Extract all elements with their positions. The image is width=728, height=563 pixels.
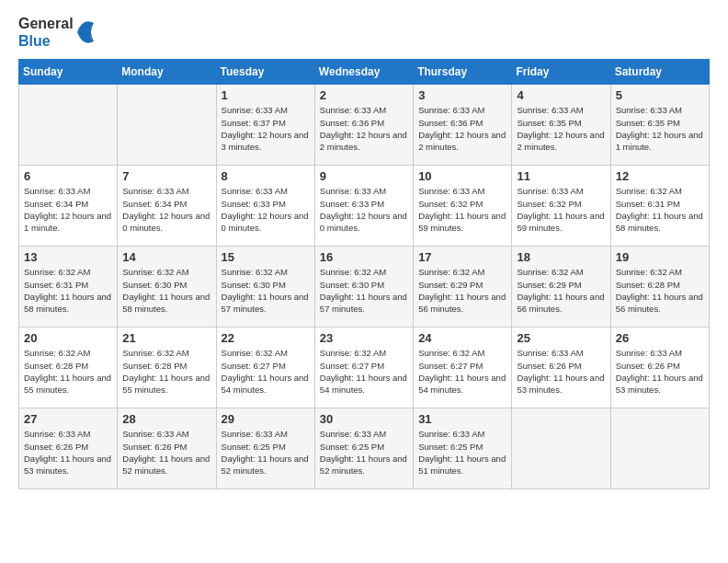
daylight-text: Daylight: 11 hours and 54 minutes. xyxy=(222,373,309,395)
sunrise-text: Sunrise: 6:32 AM xyxy=(222,267,288,277)
day-cell: 16 Sunrise: 6:32 AM Sunset: 6:30 PM Dayl… xyxy=(314,247,413,327)
day-cell: 27 Sunrise: 6:33 AM Sunset: 6:26 PM Dayl… xyxy=(19,408,118,489)
sunset-text: Sunset: 6:28 PM xyxy=(122,361,187,371)
sunrise-text: Sunrise: 6:32 AM xyxy=(24,348,90,358)
sunset-text: Sunset: 6:27 PM xyxy=(222,361,286,371)
daylight-text: Daylight: 11 hours and 52 minutes. xyxy=(222,454,309,476)
sunset-text: Sunset: 6:37 PM xyxy=(222,118,286,128)
day-info: Sunrise: 6:33 AM Sunset: 6:36 PM Dayligh… xyxy=(320,104,408,153)
sunset-text: Sunset: 6:31 PM xyxy=(616,199,680,209)
day-info: Sunrise: 6:33 AM Sunset: 6:25 PM Dayligh… xyxy=(222,428,310,477)
sunrise-text: Sunrise: 6:33 AM xyxy=(24,186,90,196)
daylight-text: Daylight: 12 hours and 2 minutes. xyxy=(517,130,604,152)
sunset-text: Sunset: 6:27 PM xyxy=(320,361,384,371)
day-info: Sunrise: 6:32 AM Sunset: 6:27 PM Dayligh… xyxy=(320,347,408,396)
sunrise-text: Sunrise: 6:32 AM xyxy=(24,267,90,277)
sunrise-text: Sunrise: 6:33 AM xyxy=(320,429,386,439)
day-cell: 13 Sunrise: 6:32 AM Sunset: 6:31 PM Dayl… xyxy=(19,247,118,327)
sunrise-text: Sunrise: 6:33 AM xyxy=(616,105,682,115)
day-cell: 24 Sunrise: 6:32 AM Sunset: 6:27 PM Dayl… xyxy=(414,327,512,408)
day-number: 19 xyxy=(616,250,704,264)
sunset-text: Sunset: 6:34 PM xyxy=(24,199,88,209)
sunset-text: Sunset: 6:31 PM xyxy=(24,280,88,290)
sunrise-text: Sunrise: 6:32 AM xyxy=(418,348,484,358)
day-cell xyxy=(118,85,216,166)
day-number: 28 xyxy=(122,412,210,426)
sunrise-text: Sunrise: 6:33 AM xyxy=(517,186,583,196)
day-cell: 30 Sunrise: 6:33 AM Sunset: 6:25 PM Dayl… xyxy=(314,408,413,489)
day-info: Sunrise: 6:33 AM Sunset: 6:33 PM Dayligh… xyxy=(222,185,310,234)
sunset-text: Sunset: 6:25 PM xyxy=(222,442,286,452)
sunrise-text: Sunrise: 6:32 AM xyxy=(222,348,288,358)
day-cell: 14 Sunrise: 6:32 AM Sunset: 6:30 PM Dayl… xyxy=(118,247,216,327)
day-cell: 18 Sunrise: 6:32 AM Sunset: 6:29 PM Dayl… xyxy=(512,247,610,327)
sunset-text: Sunset: 6:35 PM xyxy=(517,118,581,128)
day-info: Sunrise: 6:32 AM Sunset: 6:30 PM Dayligh… xyxy=(222,266,310,315)
calendar-header-row: SundayMondayTuesdayWednesdayThursdayFrid… xyxy=(19,60,710,85)
day-cell xyxy=(19,85,118,166)
day-number: 20 xyxy=(24,331,112,345)
day-number: 29 xyxy=(222,412,310,426)
sunset-text: Sunset: 6:25 PM xyxy=(418,442,483,452)
daylight-text: Daylight: 11 hours and 55 minutes. xyxy=(122,373,210,395)
day-cell xyxy=(512,408,610,489)
sunset-text: Sunset: 6:27 PM xyxy=(418,361,483,371)
sunset-text: Sunset: 6:28 PM xyxy=(24,361,88,371)
daylight-text: Daylight: 11 hours and 59 minutes. xyxy=(418,211,506,233)
day-info: Sunrise: 6:33 AM Sunset: 6:26 PM Dayligh… xyxy=(616,347,704,396)
sunrise-text: Sunrise: 6:33 AM xyxy=(122,429,188,439)
day-info: Sunrise: 6:33 AM Sunset: 6:34 PM Dayligh… xyxy=(122,185,210,234)
sunrise-text: Sunrise: 6:33 AM xyxy=(418,105,484,115)
sunset-text: Sunset: 6:29 PM xyxy=(517,280,581,290)
col-header-saturday: Saturday xyxy=(610,60,709,85)
day-cell: 4 Sunrise: 6:33 AM Sunset: 6:35 PM Dayli… xyxy=(512,85,610,166)
day-cell: 12 Sunrise: 6:32 AM Sunset: 6:31 PM Dayl… xyxy=(610,166,709,247)
sunrise-text: Sunrise: 6:33 AM xyxy=(222,105,288,115)
day-number: 4 xyxy=(517,88,605,102)
daylight-text: Daylight: 11 hours and 56 minutes. xyxy=(616,292,703,314)
page-header: General Blue xyxy=(18,15,710,50)
sunset-text: Sunset: 6:29 PM xyxy=(418,280,483,290)
day-info: Sunrise: 6:32 AM Sunset: 6:29 PM Dayligh… xyxy=(517,266,605,315)
day-info: Sunrise: 6:32 AM Sunset: 6:30 PM Dayligh… xyxy=(320,266,408,315)
day-info: Sunrise: 6:33 AM Sunset: 6:25 PM Dayligh… xyxy=(418,428,506,477)
day-info: Sunrise: 6:32 AM Sunset: 6:27 PM Dayligh… xyxy=(222,347,310,396)
day-number: 14 xyxy=(122,250,210,264)
day-info: Sunrise: 6:33 AM Sunset: 6:26 PM Dayligh… xyxy=(517,347,605,396)
sunset-text: Sunset: 6:30 PM xyxy=(222,280,286,290)
sunset-text: Sunset: 6:32 PM xyxy=(418,199,483,209)
day-number: 10 xyxy=(418,169,506,183)
day-cell: 29 Sunrise: 6:33 AM Sunset: 6:25 PM Dayl… xyxy=(216,408,314,489)
daylight-text: Daylight: 11 hours and 53 minutes. xyxy=(24,454,111,476)
sunrise-text: Sunrise: 6:33 AM xyxy=(24,429,90,439)
day-info: Sunrise: 6:32 AM Sunset: 6:28 PM Dayligh… xyxy=(24,347,112,396)
sunset-text: Sunset: 6:25 PM xyxy=(320,442,384,452)
daylight-text: Daylight: 11 hours and 57 minutes. xyxy=(222,292,309,314)
sunrise-text: Sunrise: 6:33 AM xyxy=(222,186,288,196)
day-info: Sunrise: 6:32 AM Sunset: 6:28 PM Dayligh… xyxy=(616,266,704,315)
day-number: 23 xyxy=(320,331,408,345)
day-info: Sunrise: 6:33 AM Sunset: 6:36 PM Dayligh… xyxy=(418,104,506,153)
sunrise-text: Sunrise: 6:33 AM xyxy=(616,348,682,358)
daylight-text: Daylight: 12 hours and 3 minutes. xyxy=(222,130,309,152)
day-cell: 10 Sunrise: 6:33 AM Sunset: 6:32 PM Dayl… xyxy=(414,166,512,247)
logo: General Blue xyxy=(18,15,96,50)
day-info: Sunrise: 6:33 AM Sunset: 6:35 PM Dayligh… xyxy=(517,104,605,153)
sunrise-text: Sunrise: 6:32 AM xyxy=(320,267,386,277)
sunrise-text: Sunrise: 6:33 AM xyxy=(517,105,583,115)
logo-bird-icon xyxy=(75,16,96,49)
sunset-text: Sunset: 6:34 PM xyxy=(122,199,187,209)
day-cell: 20 Sunrise: 6:32 AM Sunset: 6:28 PM Dayl… xyxy=(19,327,118,408)
day-number: 9 xyxy=(320,169,408,183)
day-info: Sunrise: 6:32 AM Sunset: 6:30 PM Dayligh… xyxy=(122,266,210,315)
day-cell: 7 Sunrise: 6:33 AM Sunset: 6:34 PM Dayli… xyxy=(118,166,216,247)
daylight-text: Daylight: 11 hours and 52 minutes. xyxy=(320,454,407,476)
daylight-text: Daylight: 11 hours and 56 minutes. xyxy=(418,292,506,314)
week-row-2: 6 Sunrise: 6:33 AM Sunset: 6:34 PM Dayli… xyxy=(19,166,710,247)
daylight-text: Daylight: 11 hours and 54 minutes. xyxy=(418,373,506,395)
day-info: Sunrise: 6:33 AM Sunset: 6:33 PM Dayligh… xyxy=(320,185,408,234)
sunrise-text: Sunrise: 6:32 AM xyxy=(320,348,386,358)
day-info: Sunrise: 6:33 AM Sunset: 6:26 PM Dayligh… xyxy=(24,428,112,477)
week-row-5: 27 Sunrise: 6:33 AM Sunset: 6:26 PM Dayl… xyxy=(19,408,710,489)
daylight-text: Daylight: 12 hours and 0 minutes. xyxy=(222,211,309,233)
